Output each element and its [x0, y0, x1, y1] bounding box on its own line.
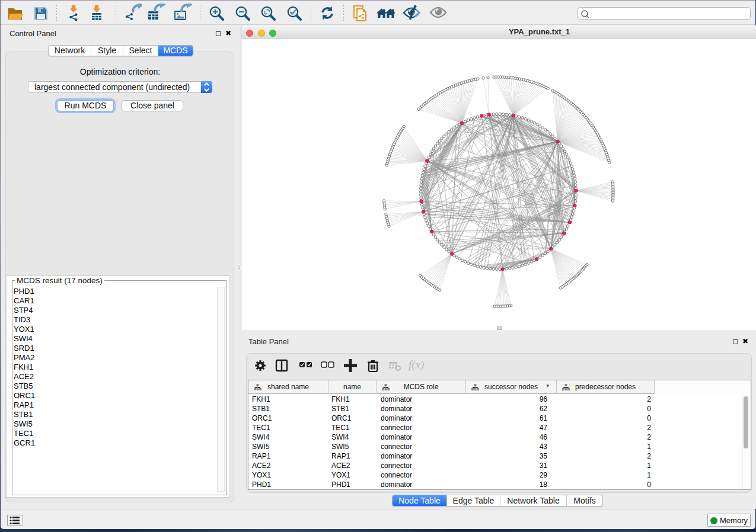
svg-text:f(x): f(x): [409, 358, 424, 371]
